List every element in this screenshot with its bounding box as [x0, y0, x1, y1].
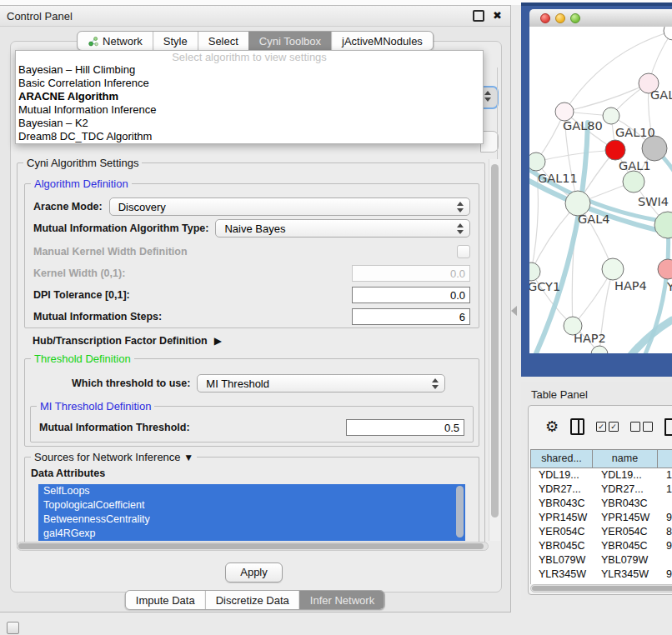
- network-edge[interactable]: [564, 83, 649, 112]
- settings-vertical-scrollbar[interactable]: [489, 159, 500, 541]
- table-panel: Table Panel ⚙ ✓ ✓ shared...nameA YDL19..…: [521, 382, 672, 600]
- float-panel-icon[interactable]: [473, 10, 484, 22]
- table-cell: 9.: [659, 539, 672, 553]
- table-row[interactable]: YDL19...YDL19...13: [531, 468, 672, 482]
- mi-threshold-legend: MI Threshold Definition: [37, 400, 154, 412]
- aracne-mode-select[interactable]: Discovery: [109, 198, 470, 216]
- table-row[interactable]: YBL079WYBL079W: [531, 553, 672, 568]
- column-header-shared[interactable]: shared...: [530, 449, 593, 468]
- settings-horizontal-scrollbar[interactable]: [17, 542, 489, 551]
- node-label-gal: GAL: [650, 88, 672, 102]
- table-cell: 12: [659, 482, 672, 497]
- algorithm-dropdown-header: Select algorithm to view settings: [16, 51, 483, 63]
- table-header-row: shared...nameA: [530, 449, 672, 468]
- table-row[interactable]: YBR045CYBR045C9.: [531, 539, 672, 553]
- network-node-gal11[interactable]: [529, 152, 545, 171]
- mi-threshold-field[interactable]: 0.5: [346, 419, 464, 436]
- table-row[interactable]: YDR27...YDR27...12: [531, 482, 672, 497]
- expand-arrow-icon[interactable]: ▶: [214, 335, 222, 347]
- table-cell: YLR345W: [594, 568, 659, 582]
- collapse-arrow-icon[interactable]: ▼: [183, 452, 193, 463]
- close-traffic-light[interactable]: [540, 13, 550, 23]
- algorithm-option-dream8-dc-tdc-algorithm[interactable]: Dream8 DC_TDC Algorithm: [16, 130, 483, 143]
- cyni-algorithm-settings-group: Cyni Algorithm Settings Algorithm Defini…: [17, 162, 485, 549]
- table-cell: YBR043C: [531, 497, 594, 511]
- file-export-icon[interactable]: [664, 418, 672, 436]
- which-threshold-select[interactable]: MI Threshold: [197, 374, 445, 392]
- network-view-window: GALGAL80GAL10GAL1GAL11GAL4SWI4GCY1HAP4YH…: [521, 2, 672, 377]
- node-label-gcy1: GCY1: [529, 280, 560, 293]
- deselect-all-checkboxes-icon[interactable]: [630, 422, 653, 432]
- network-node-gal80[interactable]: [555, 102, 574, 121]
- close-icon[interactable]: ✖: [493, 6, 502, 26]
- select-all-checkboxes-icon[interactable]: ✓ ✓: [596, 422, 619, 432]
- table-row[interactable]: YBR043CYBR043C: [531, 497, 672, 511]
- network-edge-highlighted[interactable]: [609, 320, 672, 353]
- mi-algorithm-type-value: Naive Bayes: [224, 222, 285, 235]
- table-cell: YBR043C: [594, 497, 659, 511]
- network-node-red[interactable]: [605, 140, 625, 160]
- data-attributes-list[interactable]: SelfLoopsTopologicalCoefficientBetweenne…: [38, 484, 465, 541]
- algorithm-option-mutual-information-inference[interactable]: Mutual Information Inference: [16, 103, 483, 117]
- manual-kernel-width-checkbox[interactable]: [457, 245, 470, 258]
- network-node-ntr[interactable]: [664, 27, 672, 40]
- control-panel-titlebar: Control Panel ✖: [0, 6, 510, 27]
- splitter-collapse-icon[interactable]: [511, 306, 517, 316]
- cyni-bottom-tabbar: Impute DataDiscretize DataInfer Network: [125, 590, 385, 610]
- mi-algorithm-type-select[interactable]: Naive Bayes: [215, 219, 470, 238]
- tab-label: Style: [163, 35, 188, 48]
- network-node-gal10[interactable]: [603, 108, 619, 124]
- tab-infer-network[interactable]: Infer Network: [299, 591, 384, 609]
- network-node-gal1[interactable]: [623, 171, 644, 192]
- table-row[interactable]: YER054CYER054C8.: [531, 525, 672, 539]
- aracne-mode-label: Aracne Mode:: [33, 201, 103, 212]
- column-selector-icon[interactable]: [570, 418, 584, 435]
- list-scrollbar[interactable]: [456, 486, 464, 538]
- network-canvas[interactable]: GALGAL80GAL10GAL1GAL11GAL4SWI4GCY1HAP4YH…: [529, 27, 672, 353]
- control-panel-window: Control Panel ✖ NetworkStyleSelectCyni T…: [0, 5, 511, 612]
- gear-icon[interactable]: ⚙: [545, 419, 559, 434]
- table-horizontal-scrollbar[interactable]: [530, 584, 672, 592]
- attribute-item-topologicalcoefficient[interactable]: TopologicalCoefficient: [38, 498, 465, 512]
- zoom-traffic-light[interactable]: [570, 13, 580, 23]
- network-node-gcy1[interactable]: [529, 262, 540, 281]
- collapsed-panel-icon[interactable]: [7, 622, 19, 634]
- tab-select[interactable]: Select: [198, 32, 248, 50]
- network-node-swi4[interactable]: [654, 212, 672, 238]
- network-node-hap4[interactable]: [602, 258, 624, 280]
- algorithm-option-basic-correlation-inference[interactable]: Basic Correlation Inference: [16, 77, 483, 90]
- algorithm-definition-legend: Algorithm Definition: [31, 178, 132, 190]
- minimize-traffic-light[interactable]: [555, 13, 565, 23]
- table-row[interactable]: YLR345WYLR345W9.: [531, 568, 672, 582]
- tab-cyni-toolbox[interactable]: Cyni Toolbox: [248, 32, 331, 50]
- kernel-width-field[interactable]: 0.0: [352, 265, 470, 282]
- tab-style[interactable]: Style: [153, 32, 198, 50]
- tab-network[interactable]: Network: [78, 32, 153, 50]
- table-row[interactable]: YPR145WYPR145W9.: [531, 511, 672, 525]
- algorithm-option-bayesian-hill-climbing[interactable]: Bayesian – Hill Climbing: [16, 63, 483, 77]
- node-label-gal4: GAL4: [578, 212, 609, 226]
- network-node-gray[interactable]: [642, 136, 667, 161]
- column-header-a[interactable]: A: [658, 449, 672, 468]
- attribute-item-gal4rgexp[interactable]: gal4RGexp: [38, 527, 465, 541]
- column-header-name[interactable]: name: [593, 449, 658, 468]
- kernel-width-label: Kernel Width (0,1):: [33, 268, 345, 279]
- attribute-item-selfloops[interactable]: SelfLoops: [38, 484, 465, 498]
- tab-discretize-data[interactable]: Discretize Data: [205, 591, 299, 609]
- algorithm-dropdown-list: Bayesian – Hill ClimbingBasic Correlatio…: [16, 63, 483, 143]
- dpi-tolerance-field[interactable]: 0.0: [352, 287, 470, 303]
- node-label-gal11: GAL11: [538, 172, 578, 185]
- hub-definition-section[interactable]: Hub/Transcription Factor Definition ▶: [33, 332, 476, 350]
- table-cell: YPR145W: [531, 511, 594, 525]
- network-edge[interactable]: [536, 150, 615, 162]
- mi-steps-field[interactable]: 6: [352, 308, 470, 325]
- network-node-y[interactable]: [658, 259, 672, 279]
- obscured-groupbox-border: [497, 68, 498, 162]
- apply-button[interactable]: Apply: [225, 562, 283, 582]
- table-cell: YBR045C: [531, 539, 594, 553]
- tab-jactivemnodules[interactable]: jActiveMNodules: [331, 32, 433, 50]
- algorithm-option-aracne-algorithm[interactable]: ARACNE Algorithm: [16, 90, 483, 103]
- tab-impute-data[interactable]: Impute Data: [126, 591, 205, 609]
- algorithm-option-bayesian-k2[interactable]: Bayesian – K2: [16, 117, 483, 130]
- attribute-item-betweennesscentrality[interactable]: BetweennessCentrality: [38, 512, 465, 527]
